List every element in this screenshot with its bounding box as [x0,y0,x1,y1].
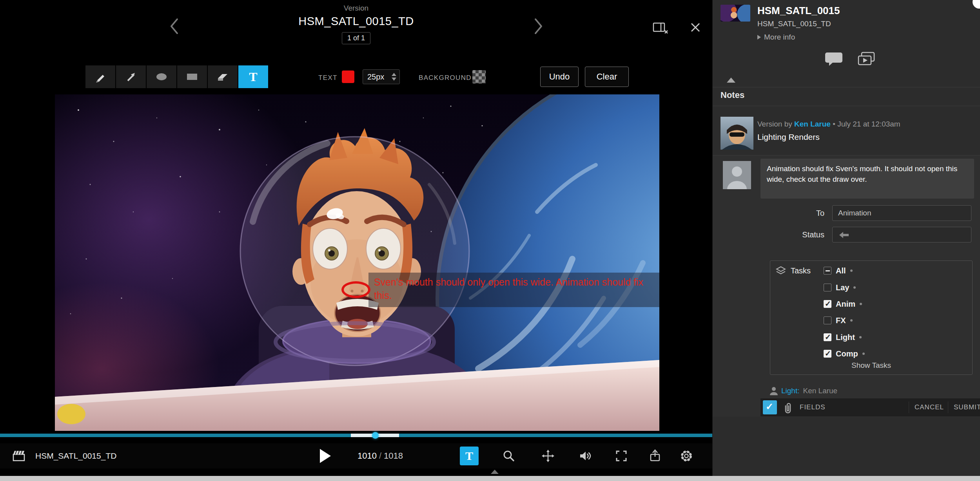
clip-menu-button[interactable] [12,449,27,465]
task-filter-comp[interactable]: Comp [824,349,865,359]
close-icon [689,21,702,34]
font-size-spinner[interactable]: 25px [363,69,400,84]
note-body: Lighting Renders [757,132,820,142]
share-button[interactable] [648,449,662,465]
task-label: FX [836,316,846,325]
text-tool-button[interactable]: T [238,65,268,88]
submit-button[interactable]: SUBMIT [954,403,980,411]
rectangle-icon [185,70,199,83]
note-timestamp: July 21 at 12:03am [837,120,900,128]
next-version-button[interactable] [532,17,544,35]
tab-versions[interactable] [857,51,876,69]
current-user-avatar [723,161,751,191]
details-sidebar: HSM_SATL_0015 HSM_SATL_0015_TD More info… [712,0,980,476]
spinner-down-icon[interactable] [392,78,396,81]
pan-arrows-icon [541,449,555,463]
to-input[interactable]: Animation [832,205,971,221]
tasks-label: Tasks [791,266,811,275]
ellipse-tool-button[interactable] [147,65,176,88]
tasks-layers-icon [775,266,787,276]
version-label: Version [0,4,712,13]
task-filter-all[interactable]: All [824,266,853,276]
pan-button[interactable] [541,449,555,465]
annotation-mode-button[interactable]: T [460,447,479,465]
note-compose-panel: Animation should fix Sven's mouth. It sh… [713,155,980,417]
more-info-toggle[interactable]: More info [757,33,795,42]
task-label: Comp [836,349,858,358]
checkbox-light[interactable] [824,333,831,341]
byline-prefix: Version by [757,120,792,128]
show-tasks-link[interactable]: Show Tasks [770,361,972,370]
active-tab-notch [727,78,735,83]
close-button[interactable] [689,21,702,35]
undo-button[interactable]: Undo [540,67,579,87]
task-status-dot [853,286,856,289]
expand-panel-toggle[interactable] [491,470,499,474]
status-input[interactable] [832,227,971,242]
chevron-right-icon [532,17,544,35]
frame-counter: 1010/1018 [345,451,416,461]
version-thumbnail[interactable] [720,5,750,22]
clear-button[interactable]: Clear [585,67,629,87]
fields-button[interactable]: FIELDS [800,403,826,411]
divider [909,401,909,413]
to-label: To [713,209,824,218]
frame-image [55,94,659,431]
assignment-task-link[interactable]: Light: [781,387,799,395]
checkbox-comp[interactable] [824,350,831,358]
pencil-tool-button[interactable] [85,65,115,88]
attach-button[interactable] [782,401,793,416]
checkbox-lay[interactable] [824,284,831,291]
comment-input[interactable]: Animation should fix Sven's mouth. It sh… [760,159,974,199]
spinner-up-icon[interactable] [392,73,396,76]
bottom-scrollbar-strip[interactable] [0,476,980,481]
gear-icon [679,449,693,463]
share-icon [648,449,662,463]
task-filter-fx[interactable]: FX [824,315,853,325]
status-label: Status [713,230,824,239]
text-tool-label: T [249,70,257,84]
eraser-tool-button[interactable] [208,65,238,88]
task-assignment: Light: Ken Larue [770,387,837,395]
panel-toggle-icon [653,22,668,34]
note-author-link[interactable]: Ken Larue [794,120,831,128]
annotation-text: Sven's mouth should only open this wide.… [374,277,643,301]
task-label: Light [836,333,855,342]
checkbox-fx[interactable] [824,316,831,324]
tab-notes[interactable] [825,51,844,69]
background-color-swatch[interactable] [472,70,486,83]
rectangle-tool-button[interactable] [177,65,207,88]
timeline-playhead[interactable] [372,432,379,439]
checkbox-anim[interactable] [824,300,831,308]
task-filter-light[interactable]: Light [824,332,862,342]
timeline-scrubber[interactable] [0,434,712,437]
viewer-canvas[interactable]: Sven's mouth should only open this wide.… [55,94,659,431]
divider [713,87,980,87]
arrow-tool-button[interactable] [116,65,146,88]
speaker-icon [578,449,592,463]
avatar-placeholder [723,161,751,189]
checkbox-all[interactable] [824,267,831,275]
fullscreen-button[interactable] [614,449,628,465]
volume-button[interactable] [578,449,592,465]
prev-version-button[interactable] [169,17,180,35]
annotation-ellipse [341,281,370,298]
text-color-swatch[interactable] [342,71,354,83]
more-info-label: More info [764,33,795,42]
toggle-sidebar-button[interactable] [653,22,668,36]
task-status-dot [850,269,853,272]
play-button[interactable] [320,449,331,463]
task-filter-anim[interactable]: Anim [824,299,862,309]
task-filter-lay[interactable]: Lay [824,282,856,293]
zoom-button[interactable] [502,449,516,465]
task-status-dot [859,336,862,338]
arrow-icon [124,70,138,83]
compose-action-bar: FIELDS CANCEL SUBMIT [760,398,980,416]
notify-checkbox[interactable] [763,400,777,414]
ellipse-icon [154,70,169,83]
settings-button[interactable] [679,449,693,465]
eraser-icon [216,70,230,83]
cancel-button[interactable]: CANCEL [915,403,944,411]
tasks-header: Tasks [775,266,811,276]
current-frame: 1010 [358,451,377,461]
